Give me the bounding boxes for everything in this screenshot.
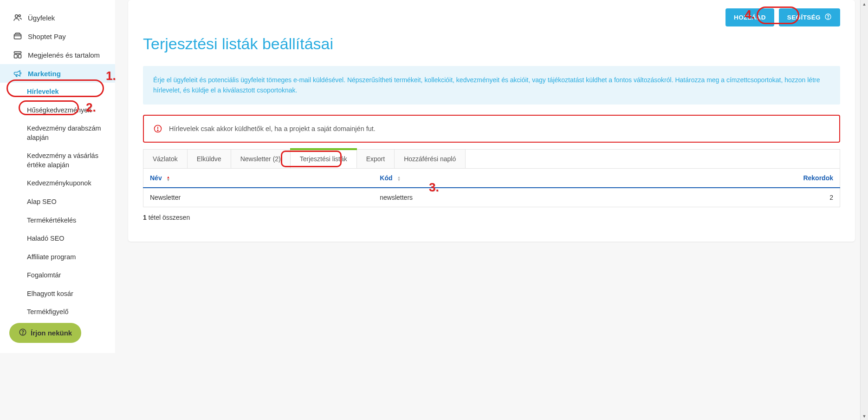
sidebar-sub-affiliate[interactable]: Affiliate program: [0, 248, 115, 267]
table-row[interactable]: Newsletter newsletters 2: [143, 188, 840, 207]
sidebar-sub-value-discount[interactable]: Kedvezmény a vásárlás értéke alapján: [0, 147, 115, 174]
sidebar-sub-advanced-seo[interactable]: Haladó SEO: [0, 230, 115, 248]
warning-text: Hírlevelek csak akkor küldhetők el, ha a…: [169, 125, 376, 132]
cell-name: Newsletter: [143, 188, 374, 207]
distribution-table: Név ▲▼ Kód ▲▼ Rekordok: [143, 168, 840, 207]
sidebar-sub-product-watch[interactable]: Termékfigyelő: [0, 303, 115, 322]
th-records[interactable]: Rekordok: [614, 169, 840, 188]
tab-sent[interactable]: Elküldve: [188, 150, 231, 168]
sidebar-sub-glossary[interactable]: Fogalomtár: [0, 266, 115, 285]
svg-rect-3: [14, 52, 21, 53]
sidebar-sub-loyalty[interactable]: Hűségkedvezmények: [0, 101, 115, 120]
svg-rect-2: [14, 34, 21, 39]
layout-icon: [13, 50, 22, 59]
tab-distribution-lists[interactable]: Terjesztési listák: [291, 150, 357, 168]
users-icon: [13, 13, 22, 22]
svg-rect-5: [19, 54, 21, 58]
sidebar-item-marketing[interactable]: Marketing: [0, 64, 115, 83]
svg-point-9: [828, 18, 828, 19]
info-box: Érje el ügyfeleit és potenciális ügyfele…: [143, 66, 840, 105]
sidebar-item-appearance[interactable]: Megjelenés és tartalom: [0, 46, 115, 64]
cell-records: 2: [614, 188, 840, 207]
th-name[interactable]: Név ▲▼: [143, 169, 374, 188]
svg-rect-4: [14, 54, 18, 58]
sidebar-sub-basic-seo[interactable]: Alap SEO: [0, 193, 115, 211]
sort-icon: ▲▼: [397, 176, 401, 182]
tab-newsletter[interactable]: Newsletter (2): [231, 150, 291, 168]
table-summary: 1 tétel összesen: [143, 214, 840, 221]
svg-point-1: [19, 15, 20, 17]
help-circle-icon: [19, 328, 27, 338]
scrollbar[interactable]: ▲ ▼: [860, 0, 868, 353]
sidebar-item-customers[interactable]: Ügyfelek: [0, 8, 115, 27]
tab-export[interactable]: Export: [357, 150, 395, 168]
tabs: Vázlatok Elküldve Newsletter (2) Terjesz…: [143, 149, 840, 168]
write-us-button[interactable]: Írjon nekünk: [9, 323, 81, 343]
sidebar-sub-abandoned-cart[interactable]: Elhagyott kosár: [0, 285, 115, 303]
sidebar-sub-newsletters[interactable]: Hírlevelek: [0, 83, 115, 101]
th-code[interactable]: Kód ▲▼: [373, 169, 614, 188]
content-panel: HOZZÁAD SEGÍTSÉG Terjesztési listák beál…: [128, 0, 855, 242]
svg-point-7: [22, 334, 23, 334]
top-buttons: HOZZÁAD SEGÍTSÉG: [143, 8, 840, 26]
help-button[interactable]: SEGÍTSÉG: [779, 8, 840, 26]
cell-code: newsletters: [373, 188, 614, 207]
sidebar-item-label: Marketing: [28, 70, 61, 78]
sidebar-sub-product-rating[interactable]: Termékértékelés: [0, 211, 115, 230]
wallet-icon: [13, 32, 22, 41]
add-button[interactable]: HOZZÁAD: [725, 8, 774, 26]
sort-icon: ▲▼: [167, 176, 170, 182]
sidebar-sub-qty-discount[interactable]: Kedvezmény darabszám alapján: [0, 119, 115, 147]
main-area: HOZZÁAD SEGÍTSÉG Terjesztési listák beál…: [115, 0, 868, 353]
sidebar: Ügyfelek Shoptet Pay Megjelenés és tarta…: [0, 0, 115, 353]
scroll-up-button[interactable]: ▲: [861, 0, 868, 8]
help-circle-icon: [824, 13, 832, 22]
warning-box: Hírlevelek csak akkor küldhetők el, ha a…: [143, 115, 840, 143]
sidebar-item-label: Shoptet Pay: [28, 33, 66, 40]
alert-icon: [153, 124, 162, 133]
svg-point-0: [15, 15, 18, 18]
svg-point-12: [157, 130, 158, 131]
sidebar-item-shoptet-pay[interactable]: Shoptet Pay: [0, 27, 115, 46]
page-title: Terjesztési listák beállításai: [143, 35, 840, 53]
tab-access-log[interactable]: Hozzáférési napló: [395, 150, 466, 168]
sidebar-sub-coupons[interactable]: Kedvezménykuponok: [0, 174, 115, 193]
megaphone-icon: [13, 69, 22, 78]
sidebar-item-label: Megjelenés és tartalom: [28, 51, 100, 59]
sidebar-item-label: Ügyfelek: [28, 14, 55, 22]
tab-drafts[interactable]: Vázlatok: [143, 150, 188, 168]
